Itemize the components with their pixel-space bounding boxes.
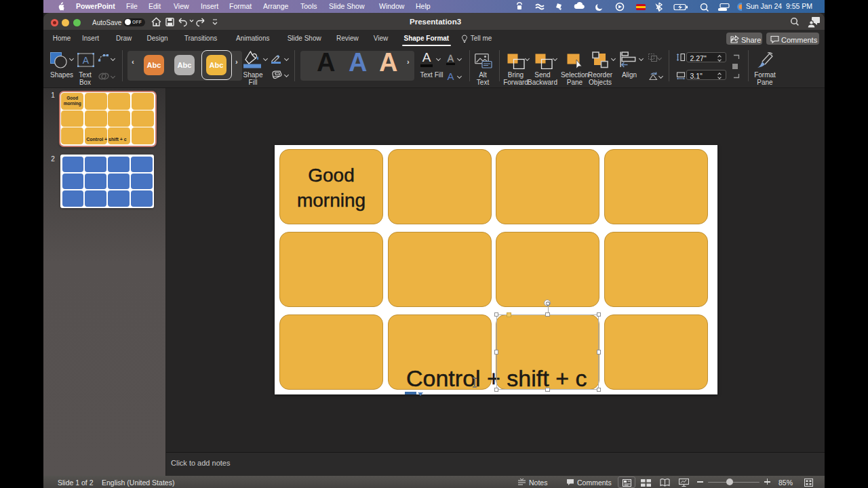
svg-text:A: A	[83, 54, 90, 65]
